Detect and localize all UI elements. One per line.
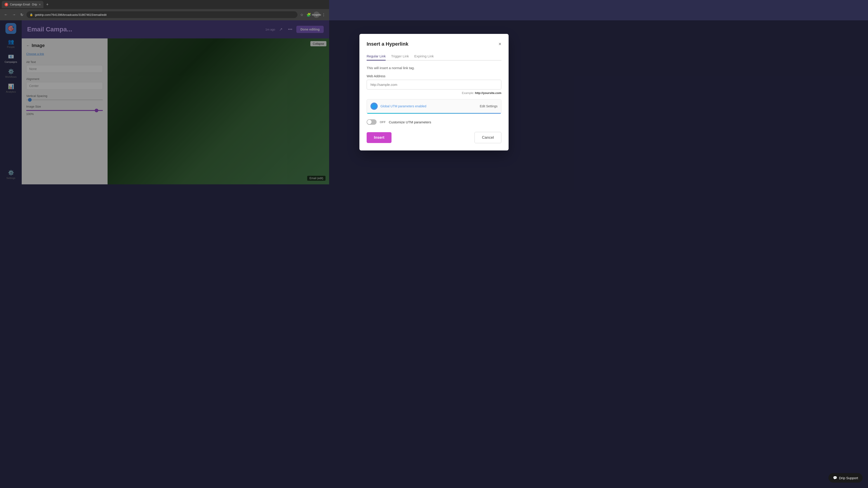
modal-overlay: Insert a Hyperlink × Regular Link Trigge…	[0, 20, 329, 184]
tab-bar: 🎯 Campaign Email · Drip × +	[0, 0, 329, 9]
new-tab-button[interactable]: +	[44, 1, 51, 8]
address-bar[interactable]: 🔒 getdrip.com/7641396/broadcasts/3186746…	[26, 11, 298, 18]
tab-favicon: 🎯	[4, 3, 8, 6]
extensions-button[interactable]: 🧩	[306, 12, 312, 18]
star-button[interactable]: ☆	[299, 12, 304, 18]
refresh-button[interactable]: ↻	[19, 12, 25, 18]
incognito-button[interactable]: Incognito	[313, 11, 320, 18]
nav-actions: ☆ 🧩 Incognito ⋮	[299, 11, 327, 18]
browser-chrome: 🎯 Campaign Email · Drip × + ← → ↻ 🔒 getd…	[0, 0, 329, 20]
back-button[interactable]: ←	[3, 12, 9, 18]
nav-bar: ← → ↻ 🔒 getdrip.com/7641396/broadcasts/3…	[0, 9, 329, 20]
address-text: getdrip.com/7641396/broadcasts/318674615…	[35, 13, 106, 17]
incognito-label: Incognito	[312, 13, 321, 16]
menu-button[interactable]: ⋮	[321, 12, 327, 18]
close-tab-icon[interactable]: ×	[39, 3, 41, 6]
lock-icon: 🔒	[30, 13, 33, 16]
active-tab[interactable]: 🎯 Campaign Email · Drip ×	[2, 1, 43, 8]
tab-title: Campaign Email · Drip	[10, 3, 37, 6]
forward-button[interactable]: →	[11, 12, 17, 18]
